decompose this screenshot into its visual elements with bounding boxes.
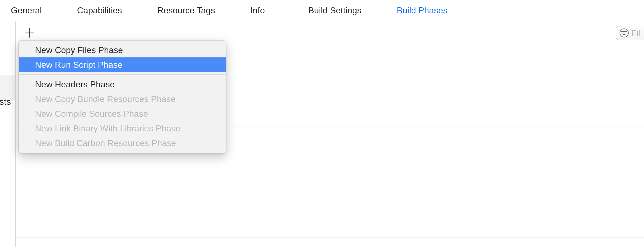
tab-general[interactable]: General [5,5,47,16]
gutter-row-label: sts [0,97,11,107]
gutter-row-highlight [0,75,15,100]
tab-bar: General Capabilities Resource Tags Info … [0,0,644,21]
filter-input[interactable]: Fil [616,26,644,40]
menu-item-new-build-carbon-resources: New Build Carbon Resources Phase [19,136,226,150]
tab-capabilities[interactable]: Capabilities [72,5,127,16]
menu-item-new-headers[interactable]: New Headers Phase [19,77,226,92]
menu-item-new-compile-sources: New Compile Sources Phase [19,106,226,121]
plus-icon [25,28,34,38]
filter-placeholder: Fil [632,28,640,38]
menu-item-new-run-script[interactable]: New Run Script Phase [19,57,226,72]
menu-item-new-link-binary: New Link Binary With Libraries Phase [19,121,226,136]
add-phase-menu: New Copy Files Phase New Run Script Phas… [18,40,226,153]
left-gutter: sts [0,21,15,247]
menu-separator [19,74,226,75]
menu-item-new-copy-bundle-resources: New Copy Bundle Resources Phase [19,92,226,106]
tab-build-phases[interactable]: Build Phases [391,5,453,16]
tab-info[interactable]: Info [245,5,270,16]
tab-build-settings[interactable]: Build Settings [303,5,367,16]
filter-icon [620,28,629,38]
row-divider [16,237,644,238]
menu-item-new-copy-files[interactable]: New Copy Files Phase [19,43,226,57]
tab-resource-tags[interactable]: Resource Tags [152,5,220,16]
add-phase-button[interactable] [23,27,35,39]
